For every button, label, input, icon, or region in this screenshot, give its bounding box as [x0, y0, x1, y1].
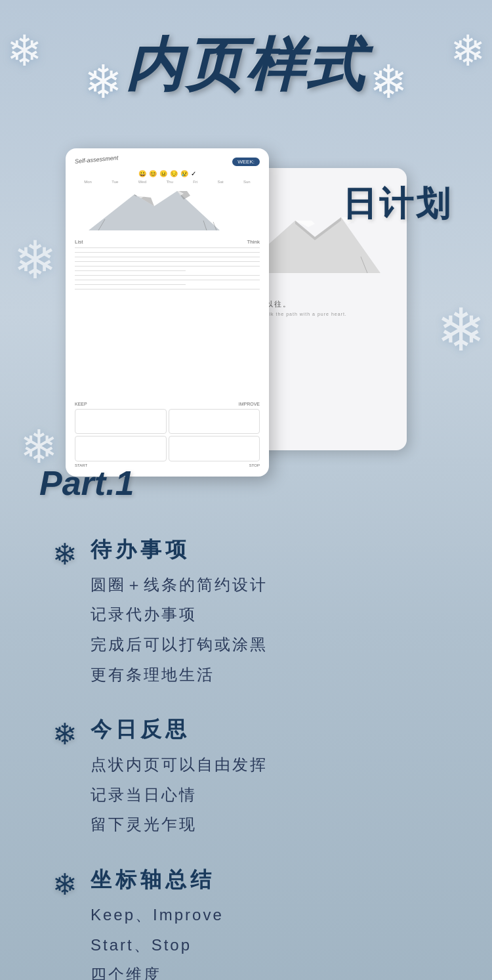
emoji-4: 😔: [170, 170, 178, 177]
content-snowflake-3: ❄: [52, 867, 77, 902]
title-row: ❄ 内页样式 ❄: [0, 26, 492, 109]
content-body-1: 圆圈＋线条的简约设计记录代办事项完成后可以打钩或涂黑更有条理地生活: [91, 570, 453, 689]
nb-line-8: [75, 289, 260, 289]
nb-small-line-1: [75, 270, 186, 271]
emoji-1: 😀: [138, 170, 146, 177]
content-item-reflection: ❄ 今日反思 点状内页可以自由发挥记录当日心情留下灵光乍现: [52, 715, 453, 840]
nb-keep-improve: KEEP IMPROVE: [75, 402, 260, 406]
content-body-2: 点状内页可以自由发挥记录当日心情留下灵光乍现: [91, 750, 453, 840]
nb-think-label: Think: [247, 239, 260, 245]
nb-grid-cell-3: [75, 436, 167, 461]
nb-list-think-row: List Think: [75, 239, 260, 245]
nb-line-5: [75, 266, 260, 266]
nb-grid-cell-2: [169, 409, 260, 435]
content-text-block-3: 坐标轴总结 Keep、ImproveStart、Stop四个维度: [91, 866, 453, 980]
content-body-3: Keep、ImproveStart、Stop四个维度: [91, 900, 453, 980]
nb-bottom-grid: [75, 409, 260, 461]
emoji-2: 😊: [149, 170, 157, 177]
part1-label: Part.1: [39, 463, 134, 503]
nb-bottom-section: KEEP IMPROVE START STOP: [75, 402, 260, 467]
content-item-todo: ❄ 待办事项 圆圈＋线条的简约设计记录代办事项完成后可以打钩或涂黑更有条理地生活: [52, 536, 453, 689]
nb-self-assessment: Self-assessment: [75, 154, 119, 165]
notebook-section: 日计划 所向，素履以往。 Face the way; walk the path…: [0, 129, 492, 522]
nb-keep-label: KEEP: [75, 402, 87, 406]
title-snowflake-right: ❄: [369, 56, 408, 108]
content-text-block-2: 今日反思 点状内页可以自由发挥记录当日心情留下灵光乍现: [91, 715, 453, 840]
notebook-front: Self-assessment WEEK: 😀 😊 😐 😔 😢 ✓ Mon Tu…: [66, 148, 269, 477]
svg-marker-6: [89, 191, 220, 230]
nb-line-7: [75, 280, 260, 280]
content-heading-1: 待办事项: [91, 536, 453, 565]
nb-lines: [75, 247, 260, 289]
nb-list-label: List: [75, 239, 83, 245]
nb-grid-cell-4: [169, 436, 260, 461]
header-section: ❄ 内页样式 ❄: [0, 0, 492, 122]
nb-line-1: [75, 247, 260, 248]
nb-week-badge: WEEK:: [232, 158, 260, 166]
nb-line-6: [75, 275, 260, 276]
day-plan-label: 日计划: [342, 181, 453, 227]
content-section: ❄ 待办事项 圆圈＋线条的简约设计记录代办事项完成后可以打钩或涂黑更有条理地生活…: [0, 522, 492, 980]
nb-front-mountain: [75, 188, 260, 234]
nb-emoji-row: 😀 😊 😐 😔 😢 ✓: [75, 170, 260, 177]
nb-header-row: Self-assessment WEEK:: [75, 158, 260, 166]
content-snowflake-1: ❄: [52, 537, 77, 572]
content-snowflake-2: ❄: [52, 717, 77, 752]
nb-day-row: Mon Tue Wed Thu Fri Sat Sun: [75, 180, 260, 184]
nb-line-4: [75, 261, 260, 262]
emoji-3: 😐: [159, 170, 167, 177]
content-heading-2: 今日反思: [91, 715, 453, 744]
nb-improve-label: IMPROVE: [239, 402, 260, 406]
nb-stop-label: STOP: [249, 463, 260, 467]
emoji-5: 😢: [180, 170, 188, 177]
nb-small-line-2: [75, 284, 186, 285]
content-item-axis: ❄ 坐标轴总结 Keep、ImproveStart、Stop四个维度: [52, 866, 453, 980]
content-text-block-1: 待办事项 圆圈＋线条的简约设计记录代办事项完成后可以打钩或涂黑更有条理地生活: [91, 536, 453, 689]
nb-grid-cell-1: [75, 409, 167, 435]
main-title: 内页样式: [125, 26, 367, 104]
title-snowflake-left: ❄: [84, 56, 123, 108]
emoji-check: ✓: [191, 170, 196, 177]
nb-line-2: [75, 252, 260, 253]
content-heading-3: 坐标轴总结: [91, 866, 453, 895]
nb-line-3: [75, 257, 260, 257]
